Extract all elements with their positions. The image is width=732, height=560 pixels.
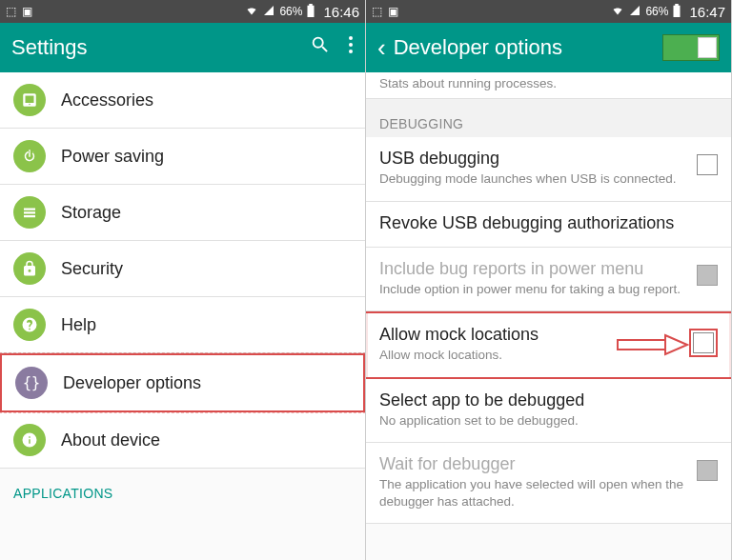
checkbox[interactable] xyxy=(697,154,718,175)
settings-item-storage[interactable]: Storage xyxy=(0,185,365,241)
power-icon xyxy=(13,140,46,172)
checkbox-highlight xyxy=(689,329,718,357)
app-bar: Settings xyxy=(0,23,365,72)
settings-item-sub: Include option in power menu for taking … xyxy=(379,281,687,298)
settings-item-power-saving[interactable]: Power saving xyxy=(0,129,365,185)
status-bar: ⬚ ▣ 66% 16:47 xyxy=(366,0,731,23)
settings-item-help[interactable]: Help xyxy=(0,297,365,353)
back-icon[interactable]: ‹ xyxy=(377,35,386,60)
settings-item-title: Include bug reports in power menu xyxy=(379,259,687,279)
settings-item-usb-debugging[interactable]: USB debugging Debugging mode launches wh… xyxy=(366,137,731,202)
developer-options-screen: ⬚ ▣ 66% 16:47 ‹ Developer options Stats … xyxy=(366,0,732,560)
settings-item-select-debug-app[interactable]: Select app to be debugged No application… xyxy=(366,379,731,444)
settings-item-sub: Allow mock locations. xyxy=(379,347,680,364)
notification-icon: ▣ xyxy=(22,5,32,18)
signal-icon xyxy=(262,5,275,19)
status-time: 16:47 xyxy=(689,4,725,20)
notification-icon: ▣ xyxy=(388,5,398,18)
page-title: Settings xyxy=(11,35,310,60)
developer-options-list: Stats about running processes. DEBUGGING… xyxy=(366,72,731,560)
settings-item-label: Accessories xyxy=(61,90,153,110)
settings-item-sub: No application set to be debugged. xyxy=(379,412,708,430)
settings-item-label: Developer options xyxy=(63,373,201,393)
settings-list: Accessories Power saving Storage Securit… xyxy=(0,72,365,560)
wifi-icon xyxy=(611,5,624,19)
svg-point-2 xyxy=(349,50,353,53)
settings-item-title: Wait for debugger xyxy=(379,454,687,474)
page-title: Developer options xyxy=(394,35,662,60)
settings-item-title: Allow mock locations xyxy=(379,325,680,345)
settings-item-sub: Debugging mode launches when USB is conn… xyxy=(379,170,687,188)
settings-item-sub: The application you have selected will o… xyxy=(379,476,687,510)
settings-item-label: Security xyxy=(61,259,123,279)
developer-options-toggle[interactable] xyxy=(662,34,720,61)
svg-point-0 xyxy=(349,36,353,40)
settings-item-label: About device xyxy=(61,430,160,450)
checkbox xyxy=(697,460,718,481)
settings-item-developer-options[interactable]: {} Developer options xyxy=(0,353,365,412)
signal-icon xyxy=(628,5,641,19)
info-icon xyxy=(13,424,46,456)
lock-icon xyxy=(13,252,46,285)
help-icon xyxy=(13,309,46,341)
settings-screen: ⬚ ▣ 66% 16:46 Settings xyxy=(0,0,366,560)
settings-item-label: Power saving xyxy=(61,147,164,167)
tablet-icon xyxy=(13,84,46,116)
checkbox xyxy=(697,265,718,286)
checkbox[interactable] xyxy=(693,332,714,353)
battery-icon xyxy=(306,4,315,20)
search-icon[interactable] xyxy=(310,34,331,61)
battery-icon xyxy=(672,4,681,20)
settings-item-title: USB debugging xyxy=(379,149,687,169)
notification-icon: ⬚ xyxy=(6,5,16,18)
settings-item-wait-for-debugger: Wait for debugger The application you ha… xyxy=(366,443,731,524)
section-debugging: DEBUGGING xyxy=(366,99,731,137)
settings-item-allow-mock-locations[interactable]: Allow mock locations Allow mock location… xyxy=(366,311,731,379)
settings-item-label: Storage xyxy=(61,203,121,223)
settings-item-process-stats[interactable]: Stats about running processes. xyxy=(366,72,731,99)
settings-item-sub: Stats about running processes. xyxy=(379,76,718,90)
more-icon[interactable] xyxy=(348,35,354,60)
settings-item-security[interactable]: Security xyxy=(0,241,365,297)
settings-item-about-device[interactable]: About device xyxy=(0,412,365,469)
battery-text: 66% xyxy=(279,5,302,18)
settings-item-accessories[interactable]: Accessories xyxy=(0,72,365,129)
storage-icon xyxy=(13,196,46,229)
status-time: 16:46 xyxy=(323,4,359,20)
settings-item-bug-reports-menu: Include bug reports in power menu Includ… xyxy=(366,248,731,312)
settings-item-title: Select app to be debugged xyxy=(379,390,708,410)
braces-icon: {} xyxy=(15,367,48,399)
app-bar: ‹ Developer options xyxy=(366,23,731,72)
settings-item-label: Help xyxy=(61,315,96,335)
notification-icon: ⬚ xyxy=(372,5,382,18)
battery-text: 66% xyxy=(645,5,668,18)
section-applications: APPLICATIONS xyxy=(0,469,365,507)
status-bar: ⬚ ▣ 66% 16:46 xyxy=(0,0,365,23)
svg-point-1 xyxy=(349,43,353,47)
settings-item-revoke-usb-auth[interactable]: Revoke USB debugging authorizations xyxy=(366,202,731,248)
settings-item-title: Revoke USB debugging authorizations xyxy=(379,213,708,233)
wifi-icon xyxy=(245,5,258,19)
